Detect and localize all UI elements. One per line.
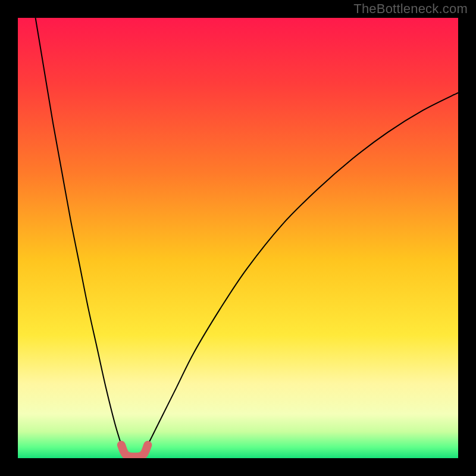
chart-frame: TheBottleneck.com xyxy=(0,0,476,476)
gradient-background xyxy=(18,18,458,458)
bottleneck-curve-chart xyxy=(0,0,476,476)
